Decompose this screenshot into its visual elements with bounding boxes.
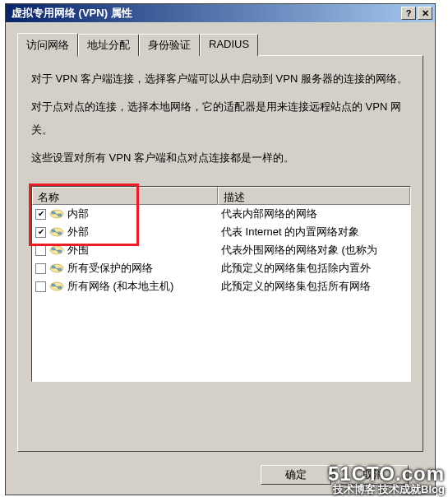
svg-rect-10: [58, 250, 62, 253]
network-name: 所有受保护的网络: [67, 261, 153, 276]
network-icon: [49, 262, 64, 274]
network-icon: [49, 244, 64, 256]
checkbox[interactable]: [35, 245, 46, 256]
svg-rect-9: [52, 248, 55, 250]
network-icon: [49, 208, 64, 220]
checkbox[interactable]: [35, 281, 46, 292]
dialog-window: 虚拟专用网络 (VPN) 属性 ? ✕ 访问网络 地址分配 身份验证 RADIU…: [5, 3, 436, 495]
titlebar: 虚拟专用网络 (VPN) 属性 ? ✕: [6, 4, 435, 22]
list-item[interactable]: 所有受保护的网络 此预定义的网络集包括除内置外: [32, 259, 410, 277]
network-desc: 此预定义的网络集包括所有网络: [218, 279, 410, 294]
network-icon: [49, 226, 64, 238]
tab-strip: 访问网络 地址分配 身份验证 RADIUS: [17, 32, 423, 56]
svg-rect-5: [52, 230, 55, 232]
svg-rect-1: [52, 211, 55, 214]
network-desc: 代表内部网络的网络: [218, 207, 410, 221]
svg-rect-13: [52, 266, 55, 268]
network-desc: 此预定义的网络集包括除内置外: [218, 261, 410, 276]
list-item[interactable]: 所有网络 (和本地主机) 此预定义的网络集包括所有网络: [32, 277, 410, 295]
network-icon: [49, 281, 64, 292]
dialog-buttons: 确定 取消: [17, 465, 423, 485]
instruction-text: 这些设置对所有 VPN 客户端和点对点连接都是一样的。: [31, 146, 409, 170]
list-item[interactable]: ✔ 内部 代表内部网络的网络: [32, 205, 410, 223]
list-item[interactable]: 外围 代表外围网络的网络对象 (也称为: [32, 241, 410, 259]
checkbox[interactable]: ✔: [35, 209, 46, 220]
checkbox[interactable]: ✔: [35, 227, 46, 238]
checkbox[interactable]: [35, 263, 46, 274]
network-desc: 代表外围网络的网络对象 (也称为: [218, 243, 410, 258]
tab-auth[interactable]: 身份验证: [139, 34, 200, 56]
tab-panel: 对于 VPN 客户端连接，选择客户端可以从中启动到 VPN 服务器的连接的网络。…: [17, 55, 423, 452]
list-header: 名称 描述: [32, 187, 410, 205]
tab-access-network[interactable]: 访问网络: [17, 33, 78, 57]
column-header-desc[interactable]: 描述: [218, 187, 410, 205]
network-name: 外围: [67, 243, 89, 258]
network-list: 名称 描述 ✔ 内部 代表内部网络的网络 ✔ 外部 代表 Internet 的内…: [31, 186, 411, 382]
network-desc: 代表 Internet 的内置网络对象: [218, 225, 410, 239]
svg-rect-17: [52, 284, 55, 286]
ok-button[interactable]: 确定: [261, 465, 331, 485]
help-button[interactable]: ?: [401, 7, 416, 20]
network-name: 所有网络 (和本地主机): [67, 279, 173, 294]
list-item[interactable]: ✔ 外部 代表 Internet 的内置网络对象: [32, 223, 410, 241]
svg-rect-14: [58, 268, 62, 271]
tab-address-assign[interactable]: 地址分配: [78, 34, 139, 56]
column-header-name[interactable]: 名称: [32, 187, 218, 205]
network-name: 内部: [67, 207, 89, 221]
close-button[interactable]: ✕: [418, 7, 432, 20]
svg-rect-6: [58, 232, 62, 235]
svg-rect-2: [58, 214, 62, 216]
cancel-button[interactable]: 取消: [338, 465, 409, 485]
svg-rect-18: [58, 286, 62, 289]
instruction-text: 对于 VPN 客户端连接，选择客户端可以从中启动到 VPN 服务器的连接的网络。: [31, 67, 409, 91]
tab-radius[interactable]: RADIUS: [200, 34, 258, 56]
network-name: 外部: [67, 225, 89, 239]
dialog-body: 访问网络 地址分配 身份验证 RADIUS 对于 VPN 客户端连接，选择客户端…: [6, 22, 435, 495]
instruction-text: 对于点对点的连接，选择本地网络，它的适配器是用来连接远程站点的 VPN 网关。: [31, 95, 409, 142]
window-title: 虚拟专用网络 (VPN) 属性: [8, 6, 400, 21]
